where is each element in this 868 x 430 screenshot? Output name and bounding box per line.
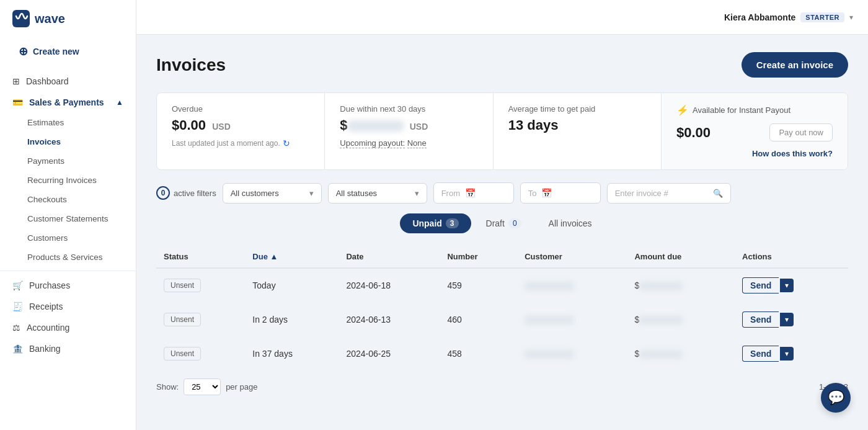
sidebar-item-recurring-invoices[interactable]: Recurring Invoices	[0, 171, 136, 190]
tab-draft[interactable]: Draft 0	[474, 213, 534, 233]
customer-filter[interactable]: All customers ▾	[223, 183, 322, 204]
per-page-select[interactable]: 25 50 100	[184, 378, 221, 395]
how-does-this-work-link[interactable]: How does this work?	[676, 149, 833, 158]
invoice-tabs: Unpaid 3 Draft 0 All invoices	[156, 213, 848, 233]
date-from-input[interactable]: From 📅	[433, 182, 514, 204]
col-date[interactable]: Date	[339, 246, 440, 268]
sidebar-main-section: ⊞ Dashboard 💳 Sales & Payments ▲ Estimat…	[0, 71, 136, 364]
date-from-placeholder: From	[441, 189, 460, 198]
avg-paid-label: Average time to get paid	[508, 104, 646, 114]
payments-label: Payments	[27, 156, 64, 166]
customer-statements-label: Customer Statements	[27, 214, 108, 223]
sidebar-item-purchases[interactable]: 🛒 Purchases	[0, 275, 136, 296]
logo-text: wave	[35, 12, 65, 26]
due-30-label: Due within next 30 days	[340, 104, 477, 114]
date-cell: 2024-06-18	[339, 268, 440, 303]
filter-count-badge: 0	[156, 186, 170, 200]
instant-payout-row: $0.00 Pay out now	[676, 123, 833, 141]
wave-logo-icon	[12, 10, 30, 27]
col-number[interactable]: Number	[440, 246, 517, 268]
overdue-value: $0.00 USD	[172, 117, 309, 133]
date-to-input[interactable]: To 📅	[520, 182, 601, 204]
sidebar-item-customer-statements[interactable]: Customer Statements	[0, 209, 136, 228]
sidebar-item-dashboard[interactable]: ⊞ Dashboard	[0, 71, 136, 92]
tab-all-label: All invoices	[549, 218, 592, 228]
per-page-label: per page	[226, 382, 257, 392]
last-updated: Last updated just a moment ago. ↻	[172, 138, 309, 148]
tab-unpaid-count: 3	[446, 218, 459, 228]
sidebar-dashboard-label: Dashboard	[26, 76, 69, 86]
per-page-control: Show: 25 50 100 per page	[156, 378, 257, 395]
status-filter[interactable]: All statuses ▾	[328, 183, 427, 204]
sidebar-item-invoices[interactable]: Invoices	[0, 132, 136, 151]
accounting-icon: ⚖	[12, 323, 20, 333]
status-badge: Unsent	[164, 279, 201, 292]
instant-payout-header: ⚡ Available for Instant Payout	[676, 104, 833, 116]
tab-unpaid[interactable]: Unpaid 3	[400, 213, 471, 233]
tab-all-invoices[interactable]: All invoices	[536, 213, 604, 233]
number-cell: 460	[440, 303, 517, 337]
checkouts-label: Checkouts	[27, 195, 67, 204]
col-amount[interactable]: Amount due	[627, 246, 735, 268]
send-action-group: Send ▾	[742, 346, 841, 362]
sidebar-item-products-services[interactable]: Products & Services	[0, 248, 136, 267]
sidebar-item-customers[interactable]: Customers	[0, 228, 136, 248]
accounting-label: Accounting	[27, 323, 69, 333]
chevron-down-icon: ▾	[849, 13, 853, 22]
col-status[interactable]: Status	[156, 246, 245, 268]
avg-paid-value: 13 days	[508, 117, 646, 133]
search-icon: 🔍	[713, 189, 723, 198]
col-customer[interactable]: Customer	[517, 246, 627, 268]
plus-icon: ⊕	[19, 45, 28, 58]
due-cell: In 2 days	[245, 303, 339, 337]
send-action-group: Send ▾	[742, 311, 841, 328]
sales-payments-icon: 💳	[12, 97, 23, 107]
tab-unpaid-label: Unpaid	[412, 218, 441, 228]
amount-cell: $	[627, 337, 735, 371]
sidebar-item-payments[interactable]: Payments	[0, 151, 136, 171]
customers-label: Customers	[27, 233, 68, 243]
user-menu[interactable]: Kiera Abbamonte STARTER ▾	[724, 12, 853, 22]
tab-draft-count: 0	[508, 218, 521, 228]
customer-filter-value: All customers	[231, 189, 279, 198]
action-dropdown-button[interactable]: ▾	[780, 279, 794, 292]
create-new-button[interactable]: ⊕ Create new	[10, 40, 126, 63]
action-dropdown-button[interactable]: ▾	[780, 313, 794, 326]
top-header: Kiera Abbamonte STARTER ▾	[136, 0, 868, 35]
action-dropdown-button[interactable]: ▾	[780, 347, 794, 361]
send-button[interactable]: Send	[742, 311, 779, 328]
sidebar-item-receipts[interactable]: 🧾 Receipts	[0, 296, 136, 317]
overdue-label: Overdue	[172, 104, 309, 114]
send-button[interactable]: Send	[742, 346, 779, 362]
actions-cell: Send ▾	[735, 268, 848, 303]
actions-cell: Send ▾	[735, 303, 848, 337]
date-to-placeholder: To	[528, 189, 537, 198]
upcoming-payout: Upcoming payout: None	[340, 138, 477, 148]
banking-label: Banking	[29, 344, 61, 354]
sidebar-sales-payments-header[interactable]: 💳 Sales & Payments ▲	[0, 92, 136, 113]
send-button[interactable]: Send	[742, 277, 779, 293]
chat-fab-button[interactable]: 💬	[821, 383, 851, 413]
create-invoice-button[interactable]: Create an invoice	[742, 52, 848, 78]
table-row: Unsent In 2 days 2024-06-13 460 $ Send ▾	[156, 303, 848, 337]
receipts-icon: 🧾	[12, 302, 23, 311]
banking-icon: 🏦	[12, 344, 23, 354]
instant-payout-card: ⚡ Available for Instant Payout $0.00 Pay…	[662, 93, 848, 169]
sidebar: wave ⊕ Create new ⊞ Dashboard 💳 Sales & …	[0, 0, 136, 430]
invoice-number-search[interactable]: Enter invoice # 🔍	[607, 183, 731, 204]
plan-badge: STARTER	[800, 12, 844, 22]
sidebar-item-estimates[interactable]: Estimates	[0, 113, 136, 132]
page-title: Invoices	[156, 55, 226, 75]
sidebar-item-checkouts[interactable]: Checkouts	[0, 190, 136, 209]
products-services-label: Products & Services	[27, 253, 103, 262]
col-due[interactable]: Due ▲	[245, 246, 339, 268]
pay-out-now-button[interactable]: Pay out now	[769, 123, 833, 141]
refresh-icon[interactable]: ↻	[283, 138, 290, 148]
due-cell: In 37 days	[245, 337, 339, 371]
calendar-from-icon: 📅	[465, 188, 476, 198]
chat-icon: 💬	[828, 390, 844, 406]
number-cell: 459	[440, 268, 517, 303]
customer-cell	[517, 303, 627, 337]
sidebar-item-accounting[interactable]: ⚖ Accounting	[0, 317, 136, 338]
sidebar-item-banking[interactable]: 🏦 Banking	[0, 338, 136, 359]
